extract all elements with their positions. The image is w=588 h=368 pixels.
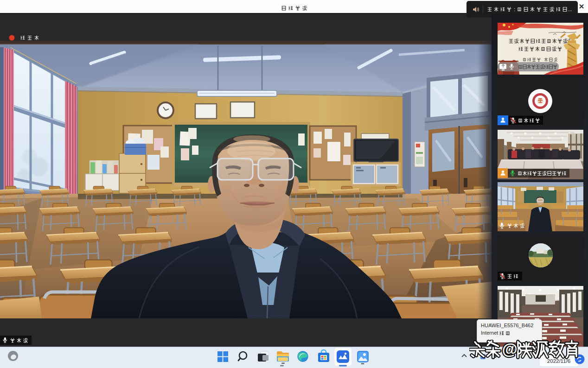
svg-text:...: ... <box>568 6 572 12</box>
svg-text:@: @ <box>502 340 518 358</box>
svg-text::: : <box>514 6 515 12</box>
